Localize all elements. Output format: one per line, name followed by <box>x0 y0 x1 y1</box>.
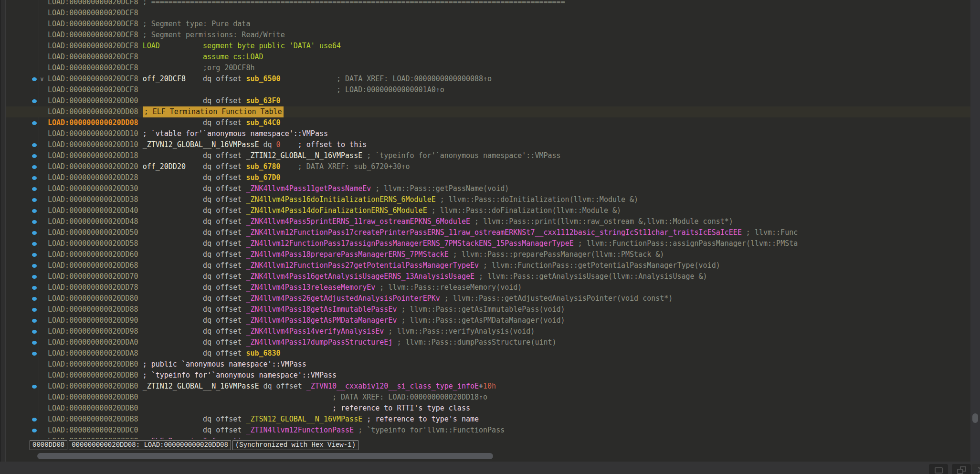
listing-text: _ZN4llvm4Pass26getAdjustedAnalysisPointe… <box>246 293 440 304</box>
listing-row[interactable]: LOAD:000000000020DD48dq offset _ZNK4llvm… <box>6 216 970 227</box>
marker-dot[interactable] <box>32 264 37 268</box>
listing-row[interactable]: LOAD:000000000020DD38dq offset _ZN4llvm4… <box>6 194 970 205</box>
address-label: LOAD:000000000020DD88 <box>48 304 138 315</box>
marker-dot[interactable] <box>32 220 37 224</box>
vertical-scrollbar-thumb[interactable] <box>972 413 978 423</box>
listing-row[interactable]: LOAD:000000000020DDB0; public `anonymous… <box>6 359 970 370</box>
listing-row[interactable]: LOAD:000000000020DDB8dq offset _ZTSN12_G… <box>6 414 970 425</box>
listing-text: ; llvm::Pass::getAsImmutablePass(void) <box>401 304 565 315</box>
marker-dot[interactable] <box>32 77 37 81</box>
vertical-scrollbar[interactable] <box>970 0 980 461</box>
marker-dot[interactable] <box>32 231 37 235</box>
marker-dot[interactable] <box>32 209 37 213</box>
marker-dot[interactable] <box>32 253 37 257</box>
listing-row[interactable]: LOAD:000000000020DD08dq offset sub_64C0 <box>6 117 970 128</box>
listing-row[interactable]: LOAD:000000000020DD10; `vtable for'`anon… <box>6 128 970 139</box>
listing-text: dq offset <box>203 172 246 183</box>
restore-windows-icon[interactable] <box>952 464 971 474</box>
listing-text: ; ELF Dynamic Information <box>143 436 251 439</box>
listing-text: _ZNK4llvm12FunctionPass17createPrinterPa… <box>246 227 742 238</box>
marker-dot[interactable] <box>32 286 37 290</box>
marker-dot[interactable] <box>32 385 37 389</box>
marker-dot[interactable] <box>32 341 37 345</box>
listing-row[interactable]: LOAD:000000000020DCF8assume cs:LOAD <box>6 52 970 63</box>
listing-row[interactable]: LOAD:000000000020DD18dq offset _ZTIN12_G… <box>6 150 970 161</box>
listing-row[interactable]: LOAD:000000000020DCF8; LOAD:000000000000… <box>6 84 970 95</box>
marker-dot[interactable] <box>32 99 37 103</box>
listing-row[interactable]: LOAD:000000000020DD08; ELF Termination F… <box>6 106 970 117</box>
marker-dot[interactable] <box>32 198 37 202</box>
marker-dot[interactable] <box>32 308 37 312</box>
listing-text: ; llvm::Pass::doFinalization(llvm::Modul… <box>432 205 621 216</box>
marker-dot[interactable] <box>32 297 37 301</box>
horizontal-scrollbar[interactable] <box>6 452 970 462</box>
listing-row[interactable]: LOAD:000000000020DCF8;org 20DCF8h <box>6 63 970 74</box>
selected-comment: ; ELF Termination Function Table <box>143 106 284 117</box>
listing-row[interactable]: LOAD:000000000020DD70dq offset _ZNK4llvm… <box>6 271 970 282</box>
listing-text: dq offset <box>203 315 246 326</box>
listing-row[interactable]: LOAD:000000000020DDC0dq offset _ZTIN4llv… <box>6 425 970 436</box>
listing-row[interactable]: LOAD:000000000020DD40dq offset _ZN4llvm4… <box>6 205 970 216</box>
close-icon[interactable] <box>972 464 980 474</box>
marker-dot[interactable] <box>32 242 37 246</box>
maximize-icon[interactable] <box>929 464 948 474</box>
address-label: LOAD:000000000020DDB0 <box>48 359 138 370</box>
listing-row[interactable]: LOAD:000000000020DD60dq offset _ZN4llvm4… <box>6 249 970 260</box>
listing-row[interactable]: LOAD:000000000020DD28dq offset sub_67D0 <box>6 172 970 183</box>
listing-row[interactable]: LOAD:000000000020DDB0; `typeinfo for'`an… <box>6 370 970 381</box>
listing-text: _ZN4llvm4Pass16doInitializationERNS_6Mod… <box>246 194 435 205</box>
disassembly-listing[interactable]: LOAD:000000000020DCF8; =================… <box>6 0 970 439</box>
horizontal-scrollbar-thumb[interactable] <box>37 453 493 459</box>
listing-row[interactable]: LOAD:000000000020DD78dq offset _ZN4llvm4… <box>6 282 970 293</box>
listing-row[interactable]: LOAD:000000000020DD30dq offset _ZNK4llvm… <box>6 183 970 194</box>
listing-row[interactable]: LOAD:000000000020DDA0dq offset _ZN4llvm4… <box>6 337 970 348</box>
marker-dot[interactable] <box>32 429 37 432</box>
collapse-chevron-icon[interactable]: ∨ <box>40 74 44 84</box>
listing-text: 10h <box>483 381 496 392</box>
listing-row[interactable]: LOAD:000000000020DCF8; Segment type: Pur… <box>6 19 970 30</box>
listing-row[interactable]: LOAD:000000000020DCF8 <box>6 8 970 19</box>
listing-row[interactable]: LOAD:000000000020DD88dq offset _ZN4llvm4… <box>6 304 970 315</box>
listing-row[interactable]: LOAD:000000000020DDB0_ZTIN12_GLOBAL__N_1… <box>6 381 970 392</box>
listing-row[interactable]: LOAD:000000000020DD50dq offset _ZNK4llvm… <box>6 227 970 238</box>
marker-dot[interactable] <box>32 352 37 356</box>
marker-dot[interactable] <box>32 176 37 180</box>
listing-text: ; offset to this <box>298 139 367 150</box>
marker-dot[interactable] <box>32 418 37 421</box>
listing-row[interactable]: LOAD:000000000020DD58dq offset _ZN4llvm1… <box>6 238 970 249</box>
marker-dot[interactable] <box>32 319 37 323</box>
address-label: LOAD:000000000020DD60 <box>48 249 138 260</box>
listing-row[interactable]: LOAD:000000000020DD20off_20DD20dq offset… <box>6 161 970 172</box>
marker-dot[interactable] <box>32 187 37 191</box>
listing-text: ; Segment permissions: Read/Write <box>143 30 285 41</box>
marker-dot[interactable] <box>32 275 37 279</box>
address-label: LOAD:000000000020DDC8 <box>48 436 138 439</box>
listing-text: ; public `anonymous namespace'::VMPass <box>143 359 306 370</box>
listing-row[interactable]: ∨LOAD:000000000020DCF8off_20DCF8dq offse… <box>6 74 970 84</box>
marker-dot[interactable] <box>32 165 37 169</box>
marker-dot[interactable] <box>32 143 37 147</box>
listing-row[interactable]: LOAD:000000000020DD90dq offset _ZN4llvm4… <box>6 315 970 326</box>
status-full-address: 000000000020DD08: LOAD:000000000020DD08 <box>69 440 231 450</box>
marker-dot[interactable] <box>32 154 37 158</box>
listing-row[interactable]: LOAD:000000000020DCF8; Segment permissio… <box>6 30 970 41</box>
listing-row[interactable]: LOAD:000000000020DDA8dq offset sub_6830 <box>6 348 970 359</box>
maximize-box-icon <box>935 467 943 474</box>
listing-text: dq offset <box>203 194 246 205</box>
listing-text: _ZTVN10__cxxabiv120__si_class_type_infoE <box>306 381 479 392</box>
listing-text: dq <box>263 139 276 150</box>
listing-row[interactable]: LOAD:000000000020DDB0; reference to RTTI… <box>6 403 970 414</box>
listing-row[interactable]: LOAD:000000000020DD00dq offset sub_63F0 <box>6 95 970 106</box>
restore-front-square-icon <box>957 469 963 474</box>
marker-dot[interactable] <box>32 330 37 334</box>
listing-row[interactable]: LOAD:000000000020DCF8; =================… <box>6 0 970 8</box>
address-label: LOAD:000000000020DD00 <box>48 95 138 106</box>
listing-row[interactable]: LOAD:000000000020DD10_ZTVN12_GLOBAL__N_1… <box>6 139 970 150</box>
listing-row[interactable]: LOAD:000000000020DDB0; DATA XREF: LOAD:0… <box>6 392 970 403</box>
marker-dot[interactable] <box>32 121 37 125</box>
listing-row[interactable]: LOAD:000000000020DDC8; ELF Dynamic Infor… <box>6 436 970 439</box>
listing-row[interactable]: LOAD:000000000020DD68dq offset _ZNK4llvm… <box>6 260 970 271</box>
listing-row[interactable]: LOAD:000000000020DD80dq offset _ZN4llvm4… <box>6 293 970 304</box>
listing-row[interactable]: LOAD:000000000020DCF8LOADsegment byte pu… <box>6 41 970 52</box>
listing-row[interactable]: LOAD:000000000020DD98dq offset _ZNK4llvm… <box>6 326 970 337</box>
